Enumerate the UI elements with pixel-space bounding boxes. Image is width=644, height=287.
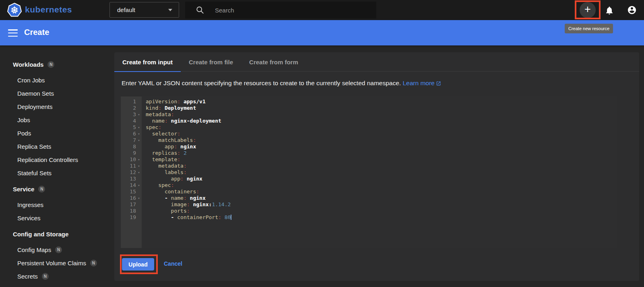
fold-toggle-icon[interactable]: ▾ xyxy=(136,169,142,176)
search-bar[interactable] xyxy=(185,2,376,18)
gutter-line: 7▾ xyxy=(121,137,142,144)
code-line: containers: xyxy=(146,189,617,195)
sidebar-item-secrets[interactable]: SecretsN xyxy=(0,270,111,283)
namespace-selector[interactable]: default xyxy=(109,2,179,18)
sidebar-item-deployments[interactable]: Deployments xyxy=(0,100,111,113)
tab-bar: Create from inputCreate from fileCreate … xyxy=(114,52,639,72)
gutter-line: 19 xyxy=(121,214,142,221)
sidebar-item-replica-sets[interactable]: Replica Sets xyxy=(0,140,111,153)
tab-create-from-input[interactable]: Create from input xyxy=(114,52,181,72)
search-input[interactable] xyxy=(215,7,348,14)
code-line: matchLabels: xyxy=(146,137,617,144)
code-line: app: nginx xyxy=(146,144,617,150)
fold-toggle-icon[interactable]: ▾ xyxy=(136,163,142,169)
code-line: apiVersion: apps/v1 xyxy=(146,98,617,105)
code-line: image: nginx:1.14.2 xyxy=(146,201,617,208)
code-line: app: nginx xyxy=(146,176,617,182)
code-line: name: nginx-deployment xyxy=(146,118,617,124)
sidebar-item-jobs[interactable]: Jobs xyxy=(0,113,111,127)
code-line: - name: nginx xyxy=(146,195,617,201)
gutter-line: 9 xyxy=(121,150,142,156)
code-line: metadata: xyxy=(146,111,617,118)
gutter-line: 8 xyxy=(121,144,142,150)
code-line: selector: xyxy=(146,131,617,137)
kubernetes-logo xyxy=(7,3,22,17)
account-button[interactable] xyxy=(627,5,637,15)
cancel-button[interactable]: Cancel xyxy=(164,260,182,267)
learn-more-link[interactable]: Learn more xyxy=(402,80,441,86)
sidebar-item-ingresses[interactable]: Ingresses xyxy=(0,198,111,211)
sidebar-section-service[interactable]: ServiceN xyxy=(0,180,111,198)
page-toolbar: Create xyxy=(0,20,644,45)
yaml-editor[interactable]: 123▾45▾6▾7▾8910▾11▾12▾1314▾1516▾171819 a… xyxy=(121,96,617,248)
gutter-line: 3▾ xyxy=(121,111,142,118)
bell-icon xyxy=(605,6,614,15)
annotation-highlight-upload xyxy=(120,254,158,274)
search-icon xyxy=(196,6,204,14)
open-in-new-icon xyxy=(436,81,441,86)
gutter-line: 18 xyxy=(121,208,142,214)
tooltip-create-new-resource: Create new resource xyxy=(565,24,613,33)
code-line: labels: xyxy=(146,169,617,176)
menu-icon[interactable] xyxy=(8,29,18,37)
sidebar-item-daemon-sets[interactable]: Daemon Sets xyxy=(0,87,111,100)
namespaced-badge: N xyxy=(47,61,54,68)
annotation-highlight-plus xyxy=(575,0,601,19)
fold-toggle-icon[interactable]: ▾ xyxy=(136,124,142,131)
notifications-button[interactable] xyxy=(605,6,614,15)
text-cursor xyxy=(231,215,231,220)
chevron-down-icon xyxy=(168,9,172,11)
instruction-text-body: Enter YAML or JSON content specifying th… xyxy=(122,80,401,86)
fold-toggle-icon[interactable]: ▾ xyxy=(136,131,142,137)
sidebar-item-replication-controllers[interactable]: Replication Controllers xyxy=(0,153,111,166)
sidebar-item-persistent-volume-claims[interactable]: Persistent Volume ClaimsN xyxy=(0,256,111,270)
namespaced-badge: N xyxy=(55,246,62,253)
gutter-line: 2 xyxy=(121,105,142,111)
namespaced-badge: N xyxy=(90,260,97,266)
editor-code[interactable]: apiVersion: apps/v1kind: Deploymentmetad… xyxy=(142,96,617,248)
code-line: spec: xyxy=(146,124,617,131)
sidebar-item-config-maps[interactable]: Config MapsN xyxy=(0,243,111,256)
gutter-line: 10▾ xyxy=(121,156,142,163)
instruction-text: Enter YAML or JSON content specifying th… xyxy=(122,80,629,87)
sidebar-item-cron-jobs[interactable]: Cron Jobs xyxy=(0,74,111,87)
namespaced-badge: N xyxy=(38,186,45,193)
code-line: template: xyxy=(146,156,617,163)
gutter-line: 12▾ xyxy=(121,169,142,176)
gutter-line: 6▾ xyxy=(121,131,142,137)
gutter-line: 5▾ xyxy=(121,124,142,131)
fold-toggle-icon[interactable]: ▾ xyxy=(136,137,142,144)
fold-toggle-icon[interactable]: ▾ xyxy=(136,111,142,118)
gutter-line: 17 xyxy=(121,201,142,208)
sidebar-section-workloads[interactable]: WorkloadsN xyxy=(0,55,111,74)
fold-toggle-icon[interactable]: ▾ xyxy=(136,156,142,163)
brand-title: kubernetes xyxy=(25,5,72,14)
sidebar-nav: WorkloadsNCron JobsDaemon SetsDeployment… xyxy=(0,45,111,287)
gutter-line: 16▾ xyxy=(121,195,142,201)
code-line: - containerPort: 80 xyxy=(146,214,617,221)
code-line: spec: xyxy=(146,182,617,189)
gutter-line: 4 xyxy=(121,118,142,124)
namespace-selected-value: default xyxy=(117,6,168,13)
gutter-line: 14▾ xyxy=(121,182,142,189)
sidebar-section-config-and-storage[interactable]: Config and Storage xyxy=(0,225,111,243)
code-line: replicas: 2 xyxy=(146,150,617,156)
gutter-line: 1 xyxy=(121,98,142,105)
create-card: Create from inputCreate from fileCreate … xyxy=(114,52,639,281)
tab-create-from-form[interactable]: Create from form xyxy=(241,52,306,72)
tab-create-from-file[interactable]: Create from file xyxy=(181,52,241,72)
gutter-line: 13 xyxy=(121,176,142,182)
gutter-line: 15 xyxy=(121,189,142,195)
top-app-bar: kubernetes default + xyxy=(0,0,644,20)
fold-toggle-icon[interactable]: ▾ xyxy=(136,195,142,201)
page-title: Create xyxy=(24,28,49,37)
sidebar-item-services[interactable]: Services xyxy=(0,211,111,225)
code-line: kind: Deployment xyxy=(146,105,617,111)
account-icon xyxy=(627,5,637,15)
gutter-line: 11▾ xyxy=(121,163,142,169)
sidebar-item-stateful-sets[interactable]: Stateful Sets xyxy=(0,166,111,180)
sidebar-item-pods[interactable]: Pods xyxy=(0,127,111,140)
fold-toggle-icon[interactable]: ▾ xyxy=(136,182,142,189)
code-line: ports: xyxy=(146,208,617,214)
namespaced-badge: N xyxy=(42,273,49,280)
